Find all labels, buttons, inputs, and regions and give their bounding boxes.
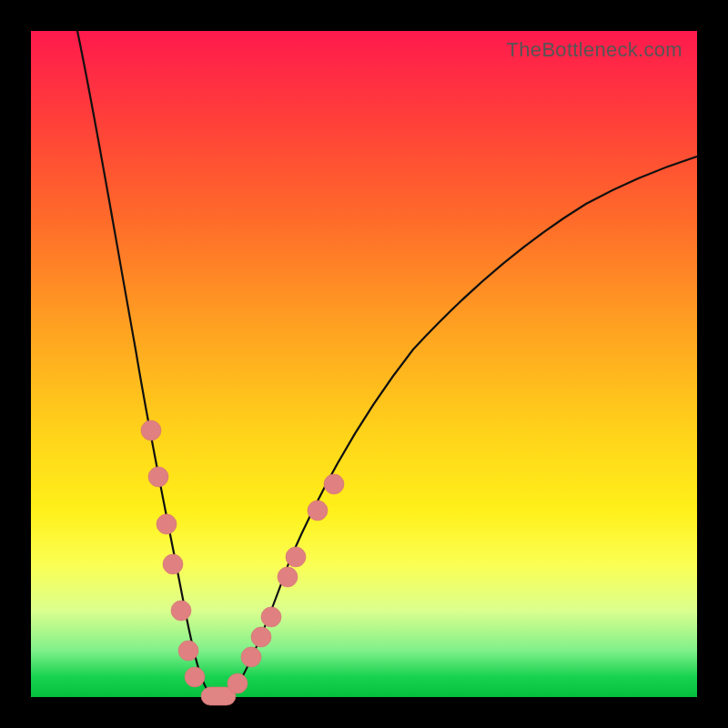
marker-dot xyxy=(241,647,261,667)
chart-frame: TheBottleneck.com xyxy=(0,0,728,728)
marker-dot xyxy=(278,567,298,587)
marker-dot xyxy=(148,467,168,487)
curve-layer xyxy=(31,31,697,697)
marker-dot xyxy=(178,641,198,661)
marker-dot xyxy=(324,474,344,494)
marker-dot xyxy=(286,547,306,567)
marker-dot xyxy=(228,673,248,693)
marker-dot xyxy=(163,554,183,574)
marker-dot xyxy=(308,500,328,521)
marker-dot xyxy=(171,601,191,621)
marker-dot xyxy=(185,667,205,687)
plot-area: TheBottleneck.com xyxy=(31,31,697,697)
marker-dot xyxy=(157,514,177,534)
marker-dot xyxy=(261,607,281,627)
bottleneck-curve xyxy=(77,31,697,696)
marker-dot xyxy=(251,627,271,647)
marker-dot xyxy=(141,420,161,440)
